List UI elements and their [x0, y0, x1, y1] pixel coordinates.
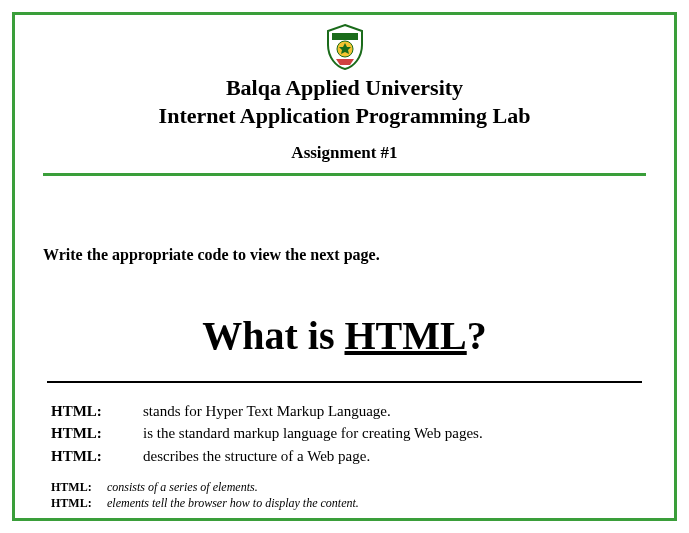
small-definition-row: HTML: elements tell the browser how to d… [51, 496, 638, 512]
definitions-list: HTML: stands for Hyper Text Markup Langu… [51, 401, 638, 466]
heading-suffix: ? [467, 313, 487, 358]
definition-row: HTML: stands for Hyper Text Markup Langu… [51, 401, 638, 421]
small-definition-label: HTML: [51, 480, 107, 496]
page-frame: Balqa Applied University Internet Applic… [12, 12, 677, 521]
main-heading: What is HTML? [43, 312, 646, 359]
course-name: Internet Application Programming Lab [43, 103, 646, 129]
small-definition-desc: consists of a series of elements. [107, 480, 258, 496]
instruction-text: Write the appropriate code to view the n… [43, 246, 646, 264]
small-definition-desc: elements tell the browser how to display… [107, 496, 359, 512]
header-divider [43, 173, 646, 176]
small-definitions-list: HTML: consists of a series of elements. … [51, 480, 638, 512]
definition-label: HTML: [51, 401, 143, 421]
definition-label: HTML: [51, 423, 143, 443]
definition-desc: is the standard markup language for crea… [143, 423, 483, 443]
definition-row: HTML: is the standard markup language fo… [51, 423, 638, 443]
small-definition-label: HTML: [51, 496, 107, 512]
assignment-label: Assignment #1 [291, 143, 397, 162]
university-logo-icon [324, 23, 366, 71]
small-definition-row: HTML: consists of a series of elements. [51, 480, 638, 496]
content-divider [47, 381, 642, 383]
svg-rect-0 [332, 33, 358, 40]
assignment-title: Assignment #1 [43, 143, 646, 163]
university-name: Balqa Applied University [43, 75, 646, 101]
definition-row: HTML: describes the structure of a Web p… [51, 446, 638, 466]
definition-desc: describes the structure of a Web page. [143, 446, 370, 466]
heading-prefix: What is [202, 313, 344, 358]
heading-underlined: HTML [345, 313, 467, 358]
definition-label: HTML: [51, 446, 143, 466]
definition-desc: stands for Hyper Text Markup Language. [143, 401, 391, 421]
